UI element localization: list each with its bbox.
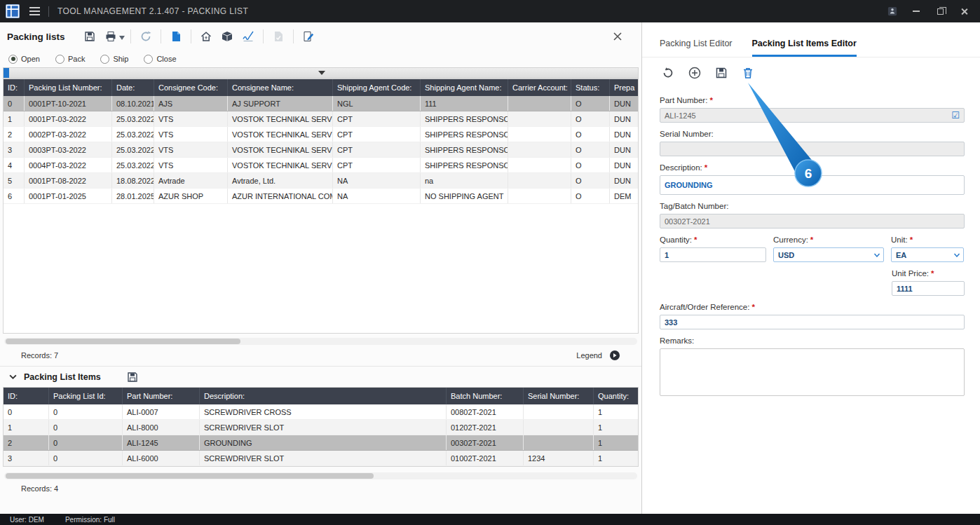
column-header[interactable]: Serial Number:	[524, 388, 594, 404]
radio-label: Pack	[68, 55, 85, 63]
table-cell: SHIPPERS RESPONSOBILITY	[421, 111, 508, 126]
column-header[interactable]: Packing List Id:	[49, 388, 123, 404]
titlebar: TOOL MANAGEMENT 2.1.407 - PACKING LIST	[0, 0, 980, 22]
scrollbar-thumb[interactable]	[6, 339, 240, 344]
add-icon[interactable]	[686, 64, 703, 81]
table-row[interactable]: 00001PT-10-202108.10.2021AJSAJ SUPPORTNG…	[4, 96, 638, 111]
table-cell: ALI-0007	[123, 404, 200, 419]
table-row[interactable]: 30003PT-03-202225.03.2022VTSVOSTOK TECHN…	[4, 142, 638, 158]
table-cell: 08.10.2021	[112, 96, 154, 111]
column-header[interactable]: Description:	[200, 388, 447, 404]
table-cell: Avtrade	[154, 173, 228, 188]
table-row[interactable]: 60001PT-01-202528.01.2025AZUR SHOPAZUR I…	[4, 189, 638, 204]
part-lookup-icon[interactable]: ☑	[951, 111, 960, 120]
table-row[interactable]: 30ALI-6000SCREWDRIVER SLOT01002T-2021123…	[4, 451, 638, 466]
collapse-triangle-icon[interactable]	[318, 71, 325, 75]
table-row[interactable]: 10001PT-03-202225.03.2022VTSVOSTOK TECHN…	[4, 111, 638, 127]
toolbar-separator	[130, 29, 131, 43]
column-header[interactable]: Status:	[571, 79, 610, 96]
column-header[interactable]: Packing List Number:	[25, 79, 112, 96]
editor-refresh-icon[interactable]	[660, 64, 676, 81]
column-header[interactable]: Batch Number:	[447, 388, 524, 404]
radio-ship[interactable]: Ship	[100, 55, 128, 64]
table-cell: 0	[49, 420, 123, 435]
print-icon[interactable]	[103, 29, 118, 44]
unit-price-field: Unit Price:*	[892, 268, 965, 296]
table-row[interactable]: 00ALI-0007SCREWDRIVER CROSS00802T-20211	[4, 404, 638, 420]
horizontal-splitter[interactable]	[3, 67, 639, 79]
table-cell: 4	[4, 158, 25, 172]
save-icon[interactable]	[82, 29, 97, 44]
table-cell: 3	[4, 451, 49, 465]
column-header[interactable]: ID:	[4, 388, 49, 404]
column-header[interactable]: Carrier Account:	[508, 79, 571, 96]
table-cell: DUN	[610, 127, 639, 142]
description-input[interactable]	[665, 181, 960, 189]
table-cell	[508, 111, 571, 126]
column-header[interactable]: Date:	[112, 79, 154, 96]
home-upload-icon[interactable]	[198, 29, 214, 44]
chevron-down-icon[interactable]	[8, 372, 18, 381]
table-cell: 0001PT-08-2022	[25, 173, 112, 188]
column-header[interactable]: Consignee Name:	[228, 79, 333, 96]
menu-icon[interactable]	[29, 7, 40, 15]
column-header[interactable]: Part Number:	[123, 388, 200, 404]
table-cell: CPT	[333, 127, 421, 142]
editor-save-icon[interactable]	[713, 64, 730, 81]
remarks-textarea[interactable]	[660, 348, 965, 396]
delete-icon[interactable]	[740, 64, 756, 81]
packing-list-items-table: ID:Packing List Id:Part Number:Descripti…	[3, 387, 639, 467]
table-row[interactable]: 20002PT-03-202225.03.2022VTSVOSTOK TECHN…	[4, 127, 638, 142]
items-save-icon[interactable]	[125, 369, 140, 385]
unit-price-input[interactable]	[897, 285, 960, 293]
radio-row: OpenPackShipClose	[0, 50, 641, 67]
items-hscrollbar[interactable]	[4, 472, 637, 479]
unit-select[interactable]: EA	[891, 247, 964, 262]
document-check-icon[interactable]	[271, 29, 286, 44]
column-header[interactable]: Shipping Agent Code:	[333, 79, 421, 96]
field-label: Tag/Batch Number:	[660, 202, 728, 210]
column-header[interactable]: Quantity:	[594, 388, 639, 404]
table-cell	[508, 158, 571, 172]
restore-button[interactable]	[935, 6, 945, 16]
packing-lists-hscrollbar[interactable]	[4, 338, 637, 345]
new-document-icon[interactable]	[168, 29, 184, 44]
scrollbar-thumb[interactable]	[6, 473, 374, 479]
column-header[interactable]: Shipping Agent Name:	[421, 79, 508, 96]
quantity-input[interactable]	[665, 251, 761, 259]
edit-document-icon[interactable]	[301, 29, 316, 44]
part-number-input[interactable]: ALI-1245 ☑	[660, 108, 965, 123]
tab-packing-list-items-editor[interactable]: Packing List Items Editor	[752, 39, 857, 57]
refresh-icon[interactable]	[138, 29, 154, 44]
radio-open[interactable]: Open	[8, 55, 40, 64]
table-row[interactable]: 10ALI-8000SCREWDRIVER SLOT01202T-20211	[4, 420, 638, 435]
radio-pack[interactable]: Pack	[55, 55, 85, 64]
legend-icon[interactable]	[609, 350, 620, 361]
table-cell: DEM	[610, 189, 639, 203]
radio-close[interactable]: Close	[144, 55, 176, 64]
close-button[interactable]	[959, 6, 969, 16]
table-cell: 1	[594, 435, 639, 450]
field-label: Serial Number:	[660, 130, 714, 138]
panel-close-icon[interactable]	[612, 31, 623, 42]
table-cell	[508, 127, 571, 142]
column-header[interactable]: Consignee Code:	[154, 79, 228, 96]
tab-packing-list-editor[interactable]: Packing List Editor	[660, 39, 733, 57]
table-cell: ALI-1245	[123, 435, 200, 450]
table-row[interactable]: 50001PT-08-202218.08.2022AvtradeAvtrade,…	[4, 173, 638, 189]
packing-lists-table: ID:Packing List Number:Date:Consignee Co…	[3, 79, 639, 334]
table-row[interactable]: 20ALI-1245GROUNDING00302T-20211	[4, 435, 638, 451]
column-header[interactable]: Prepa	[610, 79, 639, 96]
currency-select[interactable]: USD	[773, 247, 884, 262]
table-row[interactable]: 40004PT-03-202225.03.2022VTSVOSTOK TECHN…	[4, 158, 638, 173]
signature-icon[interactable]	[240, 29, 256, 44]
tag-batch-input[interactable]: 00302T-2021	[660, 214, 965, 229]
package-icon[interactable]	[219, 29, 235, 44]
info-icon[interactable]	[887, 6, 897, 16]
aircraft-reference-input[interactable]	[665, 318, 960, 327]
column-header[interactable]: ID:	[4, 79, 25, 96]
serial-number-input[interactable]	[660, 142, 965, 156]
field-label: Quantity:	[660, 236, 692, 244]
print-dropdown-icon[interactable]	[119, 30, 125, 43]
minimize-button[interactable]	[911, 6, 921, 16]
